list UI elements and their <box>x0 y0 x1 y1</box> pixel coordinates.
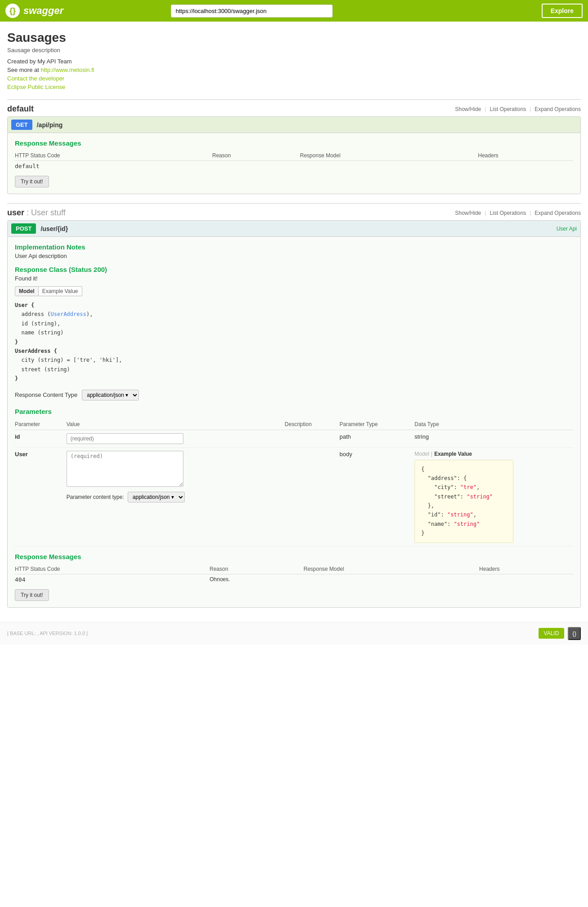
operation-get-body: Response Messages HTTP Status Code Reaso… <box>8 133 580 194</box>
param-textarea-user[interactable] <box>67 451 183 487</box>
model-line: } <box>15 374 573 383</box>
model-tab[interactable]: Model <box>414 451 429 457</box>
model-line: UserAddress { <box>15 347 573 356</box>
col-reason: Reason <box>212 151 300 161</box>
section-user: user : User stuff Show/Hide | List Opera… <box>7 203 581 220</box>
section-user-actions: Show/Hide | List Operations | Expand Ope… <box>455 210 581 216</box>
col-response-model: Response Model <box>300 151 478 161</box>
main-content: Sausages Sausage description Created by … <box>0 22 588 622</box>
response-content-type-label: Response Content Type <box>15 391 77 398</box>
operation-get-api-ping: GET /api/ping Response Messages HTTP Sta… <box>7 116 581 194</box>
model-tab-example[interactable]: Example Value <box>39 286 82 296</box>
footer-base-url: [ BASE URL: , API VERSION: 1.0.0 ] <box>7 631 88 636</box>
model-tabs: Model Example Value <box>15 286 573 296</box>
default-list-ops[interactable]: List Operations <box>490 106 526 112</box>
operation-tag: User Api <box>557 226 577 232</box>
col-response-model-post: Response Model <box>303 564 479 574</box>
section-user-subtitle: User stuff <box>31 208 66 217</box>
license-link[interactable]: Eclipse Public License <box>7 84 65 90</box>
explore-button[interactable]: Explore <box>542 4 583 18</box>
table-row: User Parameter content type: application… <box>15 447 573 546</box>
params-col-parameter: Parameter <box>15 419 67 430</box>
param-name-id: id <box>15 430 67 447</box>
param-name-user: User <box>15 447 67 546</box>
table-row: default <box>15 161 573 172</box>
pct-select[interactable]: application/json ▾ <box>128 492 185 502</box>
col-headers-post: Headers <box>479 564 573 574</box>
params-col-data-type: Data Type <box>414 419 573 430</box>
app-created-by: Created by My API Team <box>7 58 581 65</box>
operation-post-path: /user/{id} <box>40 225 552 232</box>
model-line: address (UserAddress), <box>15 310 573 319</box>
operation-post-user-id: POST /user/{id} User Api Implementation … <box>7 220 581 608</box>
swagger-logo-text: swagger <box>23 5 63 17</box>
params-col-description: Description <box>285 419 339 430</box>
col-http-status: HTTP Status Code <box>15 151 212 161</box>
response-class-found: Found it! <box>15 275 573 282</box>
swagger-logo-icon: {} <box>5 4 20 18</box>
param-data-type-id: string <box>414 430 573 447</box>
post-response-model <box>303 574 479 585</box>
model-line: } <box>15 338 573 347</box>
col-http-status-post: HTTP Status Code <box>15 564 209 574</box>
pct-label: Parameter content type: <box>67 494 124 500</box>
response-messages-title: Response Messages <box>15 139 573 147</box>
param-description-user <box>285 447 339 546</box>
col-reason-post: Reason <box>209 564 303 574</box>
section-default: default Show/Hide | List Operations | Ex… <box>7 99 581 116</box>
table-row: id path string <box>15 430 573 447</box>
method-badge-get: GET <box>11 120 32 130</box>
model-line: street (string) <box>15 365 573 374</box>
param-content-type-row: Parameter content type: application/json… <box>67 492 281 502</box>
response-messages-table: HTTP Status Code Reason Response Model H… <box>15 151 573 171</box>
response-content-type-select[interactable]: application/json ▾ <box>82 390 139 400</box>
response-model <box>300 161 478 172</box>
user-list-ops[interactable]: List Operations <box>490 210 526 216</box>
try-it-out-button-get[interactable]: Try it out! <box>15 176 49 187</box>
see-more-link[interactable]: http://www.metosin.fi <box>40 67 94 73</box>
swagger-logo: {} swagger <box>5 4 63 18</box>
user-show-hide[interactable]: Show/Hide <box>455 210 481 216</box>
url-input[interactable] <box>171 4 333 18</box>
table-row: 404 Ohnoes. <box>15 574 573 585</box>
model-line: name (string) <box>15 328 573 337</box>
headers <box>478 161 573 172</box>
app-description: Sausage description <box>7 47 581 53</box>
footer-right: VALID {} <box>539 627 581 640</box>
try-it-out-button-post[interactable]: Try it out! <box>15 589 49 601</box>
example-tab[interactable]: Example Value <box>434 451 472 457</box>
app-see-more: See more at http://www.metosin.fi <box>7 67 581 73</box>
valid-button[interactable]: VALID <box>539 628 565 639</box>
reason <box>212 161 300 172</box>
section-default-title: default <box>7 104 455 114</box>
braces-button[interactable]: {} <box>568 627 581 640</box>
params-col-value: Value <box>67 419 285 430</box>
post-status-code: 404 <box>15 574 209 585</box>
model-tab-model[interactable]: Model <box>15 286 39 296</box>
param-description-id <box>285 430 339 447</box>
user-expand-ops[interactable]: Expand Operations <box>535 210 581 216</box>
operation-post-header[interactable]: POST /user/{id} User Api <box>8 221 580 237</box>
impl-notes-text: User Api description <box>15 253 573 259</box>
params-table: Parameter Value Description Parameter Ty… <box>15 419 573 547</box>
operation-post-body: Implementation Notes User Api descriptio… <box>8 237 580 607</box>
section-user-title: user : User stuff <box>7 208 455 218</box>
param-input-id[interactable] <box>67 433 183 444</box>
model-line: User { <box>15 301 573 310</box>
post-response-messages-table: HTTP Status Code Reason Response Model H… <box>15 564 573 585</box>
contact-developer-link[interactable]: Contact the developer <box>7 75 64 82</box>
post-headers <box>479 574 573 585</box>
col-headers: Headers <box>478 151 573 161</box>
response-class-title: Response Class (Status 200) <box>15 266 573 273</box>
response-content-type-row: Response Content Type application/json ▾ <box>15 390 573 400</box>
impl-notes-title: Implementation Notes <box>15 243 573 251</box>
param-value-id <box>67 430 285 447</box>
param-type-id: path <box>339 430 414 447</box>
status-code: default <box>15 161 212 172</box>
param-value-user: Parameter content type: application/json… <box>67 447 285 546</box>
default-expand-ops[interactable]: Expand Operations <box>535 106 581 112</box>
params-title: Parameters <box>15 408 573 415</box>
operation-get-header[interactable]: GET /api/ping <box>8 117 580 133</box>
method-badge-post: POST <box>11 223 36 234</box>
default-show-hide[interactable]: Show/Hide <box>455 106 481 112</box>
